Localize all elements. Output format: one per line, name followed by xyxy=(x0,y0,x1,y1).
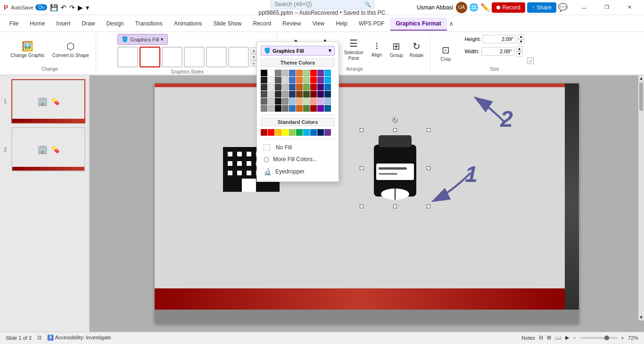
tab-graphics-format[interactable]: Graphics Format xyxy=(390,17,447,31)
zoom-in-button[interactable]: + xyxy=(621,335,624,341)
height-input[interactable] xyxy=(483,35,516,43)
record-button[interactable]: Record xyxy=(492,2,525,13)
v-scrollbar[interactable]: ▲ ▼ xyxy=(638,75,644,320)
theme-shade-cell[interactable] xyxy=(303,91,310,98)
handle-tr[interactable] xyxy=(427,128,430,132)
standard-color-cell[interactable] xyxy=(317,129,324,136)
theme-shade-cell[interactable] xyxy=(289,98,296,105)
present-icon[interactable]: ▶ xyxy=(78,4,83,11)
redo-icon[interactable]: ↷ xyxy=(69,4,75,11)
color-dropdown[interactable]: 🪣 Graphics Fill ▾ Theme Colors Standard … xyxy=(256,41,339,182)
theme-color-cell[interactable] xyxy=(317,70,324,76)
theme-shade-cell[interactable] xyxy=(261,98,267,105)
share-button[interactable]: ↑ Share xyxy=(527,2,556,13)
theme-shade-cell[interactable] xyxy=(317,91,324,98)
graphics-fill-button[interactable]: 🪣 Graphics Fill ▾ xyxy=(117,34,168,45)
style-swatch-6[interactable] xyxy=(228,47,249,67)
slide-thumb-1[interactable]: 🏢 💊 xyxy=(11,79,85,123)
theme-shade-cell[interactable] xyxy=(268,98,274,105)
tab-draw[interactable]: Draw xyxy=(76,17,100,31)
height-up-button[interactable]: ▲ xyxy=(518,34,524,39)
more-fill-colors-item[interactable]: ⬡ More Fill Colors... xyxy=(261,153,335,165)
convert-shape-button[interactable]: ⬡ Convert to Shape xyxy=(50,39,92,60)
autosave-state[interactable]: On xyxy=(35,4,47,10)
theme-shade-cell[interactable] xyxy=(289,105,296,112)
tab-file[interactable]: File xyxy=(4,17,24,31)
theme-shade-cell[interactable] xyxy=(261,105,267,112)
size-dialog-launcher[interactable]: ⤢ xyxy=(527,57,534,64)
medicine-graphic-container[interactable]: ↻ xyxy=(362,131,428,206)
handle-tc[interactable] xyxy=(393,128,397,132)
theme-shade-cell[interactable] xyxy=(268,91,274,98)
restore-button[interactable]: ❐ xyxy=(596,0,618,15)
theme-shade-cell[interactable] xyxy=(317,105,324,112)
theme-shade-cell[interactable] xyxy=(296,105,303,112)
scroll-up-button[interactable]: ▲ xyxy=(638,75,644,82)
theme-shade-cell[interactable] xyxy=(289,84,296,90)
tab-insert[interactable]: Insert xyxy=(50,17,76,31)
style-swatch-5[interactable] xyxy=(206,47,227,67)
theme-shade-cell[interactable] xyxy=(296,98,303,105)
theme-shade-cell[interactable] xyxy=(296,77,303,83)
fit-slide-icon[interactable]: ⊡ xyxy=(37,335,41,341)
tab-help[interactable]: Help xyxy=(330,17,353,31)
theme-color-cell[interactable] xyxy=(275,70,281,76)
theme-shade-cell[interactable] xyxy=(324,105,331,112)
theme-color-cell[interactable] xyxy=(289,70,296,76)
standard-color-cell[interactable] xyxy=(282,129,289,136)
theme-shade-cell[interactable] xyxy=(282,105,289,112)
customize-icon[interactable]: ▾ xyxy=(86,4,89,11)
theme-shade-cell[interactable] xyxy=(303,105,310,112)
reading-view-icon[interactable]: 📖 xyxy=(555,335,561,341)
theme-shade-cell[interactable] xyxy=(310,91,317,98)
theme-shade-cell[interactable] xyxy=(275,77,281,83)
selection-pane-button[interactable]: ☰ SelectionPane xyxy=(341,36,366,63)
theme-shade-cell[interactable] xyxy=(282,91,289,98)
theme-shade-cell[interactable] xyxy=(303,98,310,105)
theme-shade-cell[interactable] xyxy=(296,84,303,90)
slide-sorter-icon[interactable]: ⊞ xyxy=(547,335,551,341)
theme-shade-cell[interactable] xyxy=(289,91,296,98)
theme-shade-cell[interactable] xyxy=(296,91,303,98)
standard-color-cell[interactable] xyxy=(268,129,274,136)
theme-color-cell[interactable] xyxy=(282,70,289,76)
theme-color-cell[interactable] xyxy=(303,70,310,76)
theme-color-cell[interactable] xyxy=(268,70,274,76)
standard-color-cell[interactable] xyxy=(310,129,317,136)
style-swatch-3[interactable] xyxy=(162,47,182,67)
theme-color-cell[interactable] xyxy=(324,70,331,76)
theme-shade-cell[interactable] xyxy=(261,91,267,98)
community-icon[interactable]: 🌐 xyxy=(469,3,479,12)
handle-tl[interactable] xyxy=(360,128,363,132)
theme-shade-cell[interactable] xyxy=(261,77,267,83)
theme-shade-cell[interactable] xyxy=(275,98,281,105)
handle-ml[interactable] xyxy=(360,166,363,170)
theme-shade-cell[interactable] xyxy=(268,77,274,83)
tab-slideshow[interactable]: Slide Show xyxy=(207,17,247,31)
presenter-view-icon[interactable]: ▶ xyxy=(565,335,569,341)
tab-design[interactable]: Design xyxy=(100,17,129,31)
minimize-button[interactable]: — xyxy=(573,0,595,15)
theme-shade-cell[interactable] xyxy=(261,84,267,90)
no-fill-checkbox[interactable] xyxy=(264,144,270,151)
normal-view-icon[interactable]: ⊟ xyxy=(539,335,543,341)
theme-shade-cell[interactable] xyxy=(310,105,317,112)
theme-shade-cell[interactable] xyxy=(289,77,296,83)
ribbon-collapse-button[interactable]: ∧ xyxy=(447,18,455,29)
scroll-down-button[interactable]: ▼ xyxy=(638,314,644,320)
theme-shade-cell[interactable] xyxy=(324,77,331,83)
zoom-level[interactable]: 72% xyxy=(628,335,638,341)
comments-icon[interactable]: 💬 xyxy=(558,3,568,12)
tab-transitions[interactable]: Transitions xyxy=(130,17,168,31)
standard-color-cell[interactable] xyxy=(289,129,296,136)
theme-shade-cell[interactable] xyxy=(275,91,281,98)
theme-shade-cell[interactable] xyxy=(303,84,310,90)
close-button[interactable]: ✕ xyxy=(619,0,640,15)
standard-color-cell[interactable] xyxy=(296,129,303,136)
scroll-thumb-v[interactable] xyxy=(639,82,643,111)
tab-record[interactable]: Record xyxy=(247,17,277,31)
theme-color-cell[interactable] xyxy=(296,70,303,76)
crop-button[interactable]: ⊡ Crop xyxy=(436,42,455,64)
group-button[interactable]: ⊞ Group xyxy=(387,39,406,60)
tab-home[interactable]: Home xyxy=(24,17,50,31)
